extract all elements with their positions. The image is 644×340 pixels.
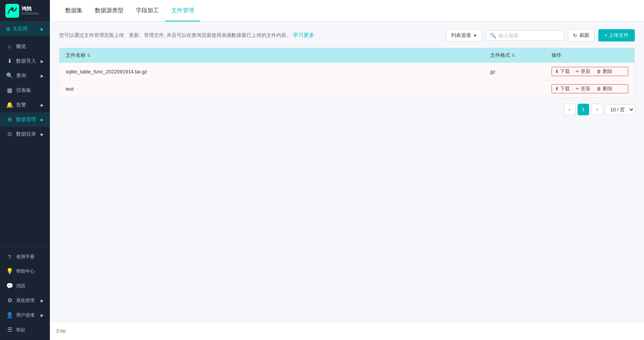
pagination: ‹ 1 › 10 / 页20 / 页50 / 页 <box>59 104 635 115</box>
sidebar-item-messages[interactable]: 💬 消息 <box>0 279 50 293</box>
page-number: 1 <box>582 107 585 112</box>
col-name-label: 文件名称 <box>66 52 86 59</box>
top-nav: 数据集 数据源类型 字段加工 文件管理 <box>50 0 644 22</box>
actions-cell: ⬇ 下载 | ✏ 更新 | 🗑 删除 <box>552 67 628 76</box>
prev-page-button[interactable]: ‹ <box>564 104 575 115</box>
sidebar-item-label: 收起 <box>16 327 25 333</box>
separator: | <box>572 86 573 92</box>
tab-field-processing[interactable]: 字段加工 <box>130 0 165 22</box>
toolbar: 列表选项 ▼ 🔍 ↻ 刷新 + 上传文件 <box>446 29 635 41</box>
tab-datasource-type[interactable]: 数据源类型 <box>89 0 130 22</box>
dashboard-icon: ▦ <box>6 87 13 94</box>
sidebar-item-label: 仪表板 <box>16 87 31 94</box>
expand-arrow: ▶ <box>41 313 44 317</box>
delete-icon: 🗑 <box>597 86 601 91</box>
col-format-label: 文件格式 <box>490 52 510 59</box>
refresh-label: 刷新 <box>580 32 590 39</box>
sidebar-item-query[interactable]: 🔍 查询 ▶ <box>0 68 50 83</box>
sidebar-item-user-options[interactable]: 👤 用户选项 ▶ <box>0 308 50 322</box>
user-options-icon: 👤 <box>6 312 13 318</box>
sidebar-item-user-manual[interactable]: ? 使用手册 <box>0 250 50 264</box>
sidebar-item-data-import[interactable]: ⬇ 数据导入 ▶ <box>0 54 50 68</box>
sidebar-item-label: 消息 <box>16 283 25 289</box>
sidebar-item-help-center[interactable]: 💡 帮助中心 <box>0 264 50 279</box>
expand-arrow: ▶ <box>41 59 44 63</box>
edit-icon: ✏ <box>576 69 580 74</box>
actions-cell: ⬇ 下载 | ✏ 更新 | 🗑 删除 <box>552 84 628 93</box>
learn-more-link[interactable]: 学习更多 <box>293 32 314 38</box>
sidebar-item-system-mgmt[interactable]: ⚙ 系统管理 ▶ <box>0 293 50 308</box>
col-actions-label: 操作 <box>552 52 561 59</box>
list-options-button[interactable]: 列表选项 ▼ <box>446 29 482 41</box>
delete-button[interactable]: 🗑 删除 <box>597 85 613 92</box>
desc-bar: 您可以通过文件管理页面上传、更新、管理文件, 并且可以在查询页面使用表函数搜索已… <box>59 29 635 41</box>
sidebar-item-label: 数据目录 <box>16 131 36 138</box>
query-icon: 🔍 <box>6 72 13 79</box>
update-button[interactable]: ✏ 更新 <box>576 85 591 92</box>
alert-icon: 🔔 <box>6 101 13 108</box>
actions-group: ⬇ 下载 | ✏ 更新 | 🗑 删除 <box>552 84 628 93</box>
page-size-select[interactable]: 10 / 页20 / 页50 / 页 <box>605 104 635 115</box>
main-app-label: 主应用 <box>13 25 28 32</box>
main-app-arrow: ▶ <box>41 27 44 31</box>
file-format-cell: gz <box>490 69 552 75</box>
download-button[interactable]: ⬇ 下载 <box>555 85 570 92</box>
sidebar-item-label: 数据管理 <box>16 116 36 123</box>
sidebar-item-data-management[interactable]: ⊕ 数据管理 ▶ <box>0 112 50 127</box>
description-text: 您可以通过文件管理页面上传、更新、管理文件, 并且可以在查询页面使用表函数搜索已… <box>59 32 291 38</box>
sidebar-item-label: 系统管理 <box>16 297 35 304</box>
sidebar-item-collapse[interactable]: ☰ 收起 <box>0 322 50 337</box>
main-app-item[interactable]: ⊞ 主应用 ▶ <box>0 22 50 36</box>
logo: 鸿鹄 HONGHU <box>0 0 50 22</box>
logo-text-en: HONGHU <box>21 12 39 15</box>
upload-button[interactable]: + 上传文件 <box>598 29 635 41</box>
chevron-down-icon: ▼ <box>473 33 477 38</box>
sidebar-item-label: 查询 <box>16 72 26 79</box>
logo-text-cn: 鸿鹄 <box>21 6 39 12</box>
table-row: test ⬇ 下载 | ✏ 更新 | <box>59 80 634 97</box>
main-area: 数据集 数据源类型 字段加工 文件管理 您可以通过文件管理页面上传、更新、管理文… <box>50 0 644 340</box>
expand-arrow: ▶ <box>41 118 44 122</box>
search-input[interactable] <box>499 33 560 38</box>
update-button[interactable]: ✏ 更新 <box>576 68 591 75</box>
sidebar-item-data-catalog[interactable]: ⊙ 数据目录 ▶ <box>0 127 50 141</box>
expand-arrow: ▶ <box>41 132 44 136</box>
data-catalog-icon: ⊙ <box>6 131 13 138</box>
delete-button[interactable]: 🗑 删除 <box>597 68 613 75</box>
collapse-icon: ☰ <box>6 326 13 333</box>
grid-icon: ⊞ <box>6 26 10 32</box>
chevron-right-icon: › <box>596 107 598 112</box>
download-label: 下载 <box>560 68 570 75</box>
col-format-header[interactable]: 文件格式 ⇅ <box>490 52 552 59</box>
logo-icon <box>5 4 19 18</box>
sidebar-item-label: 数据导入 <box>16 58 36 65</box>
tab-file-management[interactable]: 文件管理 <box>165 0 200 22</box>
next-page-button[interactable]: › <box>591 104 603 115</box>
expand-arrow: ▶ <box>41 103 44 107</box>
system-mgmt-icon: ⚙ <box>6 297 13 304</box>
desc-text: 您可以通过文件管理页面上传、更新、管理文件, 并且可以在查询页面使用表函数搜索已… <box>59 32 314 39</box>
sidebar-item-label: 帮助中心 <box>16 268 35 275</box>
sidebar-item-label: 概览 <box>16 43 26 50</box>
sidebar-item-dashboard[interactable]: ▦ 仪表板 <box>0 83 50 98</box>
tab-dataset[interactable]: 数据集 <box>59 0 89 22</box>
sidebar-item-overview[interactable]: ○ 概览 <box>0 39 50 54</box>
status-bar: 3 Ite <box>50 322 644 340</box>
delete-icon: 🗑 <box>597 69 601 74</box>
file-name-cell: test <box>66 86 490 92</box>
separator: | <box>593 86 594 92</box>
download-button[interactable]: ⬇ 下载 <box>555 68 570 75</box>
update-label: 更新 <box>581 68 591 75</box>
table-row: sqlite_table_func_2022091914.tar.gz gz ⬇… <box>59 63 634 80</box>
sidebar-item-alert[interactable]: 🔔 告警 ▶ <box>0 98 50 112</box>
separator: | <box>572 69 573 75</box>
sort-icon-format: ⇅ <box>512 53 515 58</box>
user-manual-icon: ? <box>6 254 13 260</box>
sidebar: 鸿鹄 HONGHU ⊞ 主应用 ▶ ○ 概览 ⬇ 数据导入 ▶ 🔍 查询 ▶ ▦… <box>0 0 50 340</box>
search-icon: 🔍 <box>490 33 496 38</box>
col-name-header[interactable]: 文件名称 ⇅ <box>66 52 490 59</box>
list-options-label: 列表选项 <box>451 32 471 39</box>
page-1-button[interactable]: 1 <box>578 104 589 115</box>
refresh-button[interactable]: ↻ 刷新 <box>568 29 594 41</box>
status-text: 3 Ite <box>56 328 66 334</box>
